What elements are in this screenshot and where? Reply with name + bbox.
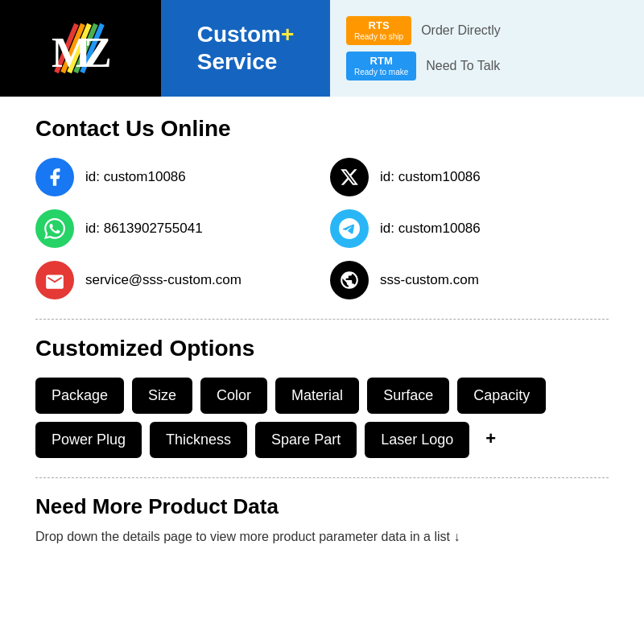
x-twitter-text: id: custom10086	[380, 169, 481, 185]
need-to-talk-label: Need To Talk	[426, 59, 500, 73]
facebook-text: id: custom10086	[85, 169, 186, 185]
order-directly-label: Order Directly	[421, 23, 501, 38]
whatsapp-icon	[35, 209, 74, 248]
contact-website: sss-custom.com	[330, 261, 609, 299]
tag-package: Package	[35, 378, 124, 414]
tag-power-plug: Power Plug	[35, 422, 142, 458]
header-badges-section: RTS Ready to ship Order Directly RTM Rea…	[330, 0, 644, 97]
x-twitter-icon	[330, 158, 369, 196]
website-icon	[330, 261, 369, 299]
header-service-section: Custom+ Service	[161, 0, 330, 97]
main-content: Contact Us Online id: custom10086 id: cu…	[0, 97, 644, 566]
header-banner: M Z Custom+ Service RTS Ready to ship Or…	[0, 0, 644, 97]
svg-text:Z: Z	[84, 30, 112, 76]
contact-facebook: id: custom10086	[35, 158, 314, 196]
mz-logo: M Z	[48, 20, 113, 76]
rtm-badge: RTM Ready to make	[346, 52, 416, 80]
tag-spare-part: Spare Part	[255, 422, 357, 458]
header-logo-section: M Z	[0, 0, 161, 97]
contact-whatsapp: id: 8613902755041	[35, 209, 314, 248]
contact-x-twitter: id: custom10086	[330, 158, 609, 196]
divider-1	[35, 319, 609, 320]
email-icon	[35, 261, 74, 299]
custom-service-label: Custom+ Service	[197, 21, 295, 75]
contact-email: service@sss-custom.com	[35, 261, 314, 299]
tag-laser-logo: Laser Logo	[365, 422, 469, 458]
facebook-icon	[35, 158, 74, 196]
telegram-text: id: custom10086	[380, 221, 481, 237]
tags-container: Package Size Color Material Surface Capa…	[35, 378, 609, 458]
email-text: service@sss-custom.com	[85, 272, 242, 288]
tag-material: Material	[275, 378, 359, 414]
customized-options-title: Customized Options	[35, 336, 609, 361]
tag-capacity: Capacity	[457, 378, 546, 414]
tag-color: Color	[200, 378, 267, 414]
tag-plus: +	[477, 422, 504, 458]
rts-row: RTS Ready to ship Order Directly	[346, 16, 628, 45]
product-data-description: Drop down the details page to view more …	[35, 527, 609, 547]
tag-surface: Surface	[367, 378, 449, 414]
website-text: sss-custom.com	[380, 272, 479, 288]
divider-2	[35, 477, 609, 478]
contact-grid: id: custom10086 id: custom10086 id: 8613…	[35, 158, 609, 299]
contact-telegram: id: custom10086	[330, 209, 609, 248]
contact-section-title: Contact Us Online	[35, 116, 609, 142]
rtm-row: RTM Ready to make Need To Talk	[346, 52, 628, 80]
whatsapp-text: id: 8613902755041	[85, 221, 203, 237]
tag-size: Size	[132, 378, 192, 414]
tag-thickness: Thickness	[150, 422, 247, 458]
telegram-icon	[330, 209, 369, 248]
product-data-title: Need More Product Data	[35, 494, 609, 519]
rts-badge: RTS Ready to ship	[346, 16, 411, 45]
